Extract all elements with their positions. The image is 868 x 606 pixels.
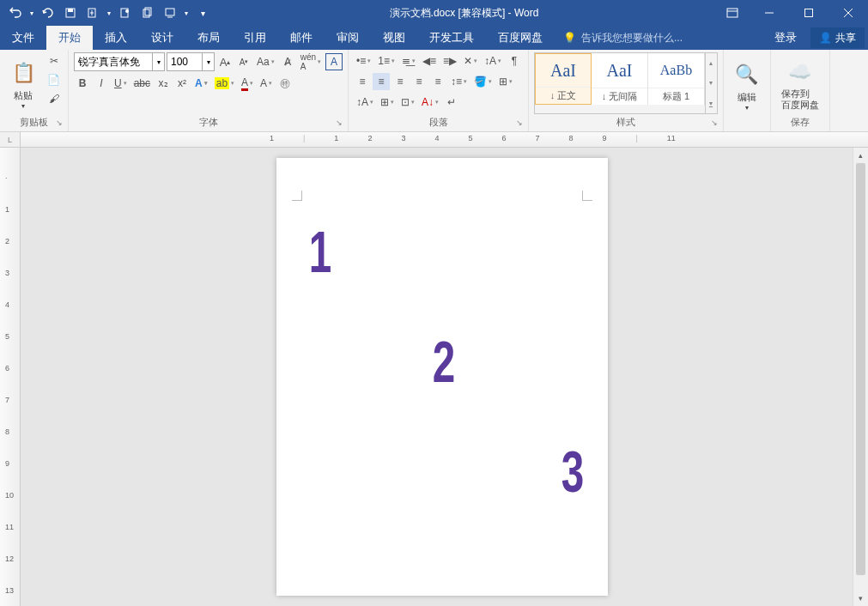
highlight-button[interactable]: ab [212, 75, 237, 92]
shrink-font-button[interactable]: A▾ [235, 53, 252, 70]
multilevel-button[interactable]: ≡͟ [399, 52, 418, 70]
styles-gallery-scroll: ▴ ▾ ▾̲ [705, 53, 717, 113]
paste-button[interactable]: 📋 粘贴 ▾ [5, 52, 41, 114]
gallery-expand[interactable]: ▾̲ [706, 94, 717, 113]
login-button[interactable]: 登录 [762, 26, 809, 50]
copy-button[interactable]: 📄 [45, 71, 63, 88]
undo-button[interactable] [5, 3, 26, 23]
shading-button[interactable]: 🪣 [471, 73, 495, 90]
qat-btn-7[interactable] [160, 3, 180, 23]
underline-button[interactable]: U [112, 75, 130, 92]
tab-file[interactable]: 文件 [0, 26, 46, 50]
save-button[interactable] [60, 3, 81, 23]
font-color-button[interactable]: A [239, 75, 256, 92]
change-case-button[interactable]: Aa [254, 53, 277, 70]
font-dialog-launcher[interactable]: ↘ [336, 118, 346, 129]
text-effects-button[interactable]: A [192, 75, 210, 92]
vertical-scrollbar[interactable]: ▴ ▾ [853, 148, 868, 606]
snap-grid-button[interactable]: ⊞ [378, 94, 397, 111]
tab-layout[interactable]: 布局 [185, 26, 232, 50]
page[interactable]: 1 2 3 [276, 158, 608, 596]
clipboard-dialog-launcher[interactable]: ↘ [56, 118, 66, 129]
tab-view[interactable]: 视图 [371, 26, 417, 50]
gallery-up[interactable]: ▴ [706, 53, 717, 73]
bullets-button[interactable]: •≡ [354, 52, 373, 70]
find-button[interactable]: 🔍 编辑 ▾ [729, 52, 765, 117]
phonetic-guide-button[interactable]: wénA [298, 53, 324, 70]
cut-button[interactable]: ✂ [45, 52, 63, 70]
paragraph-marks-button[interactable]: ↵ [443, 94, 460, 111]
paragraph-sort-button[interactable]: A↓ [419, 94, 441, 111]
show-marks-button[interactable]: ¶ [506, 52, 523, 70]
ruler-corner[interactable]: L [0, 132, 21, 148]
style-normal[interactable]: AaI ↓ 正文 [535, 53, 592, 105]
tab-mailings[interactable]: 邮件 [278, 26, 325, 50]
ribbon-display-options[interactable] [715, 0, 750, 26]
italic-button[interactable]: I [93, 75, 110, 92]
qat-dropdown-4[interactable]: ▾ [105, 3, 113, 23]
qat-customize[interactable]: ▾ [192, 3, 213, 23]
clear-formatting-button[interactable]: A̷ [279, 53, 296, 70]
qat-dropdown-7[interactable]: ▾ [182, 3, 191, 23]
scroll-up-button[interactable]: ▴ [853, 148, 868, 163]
share-button[interactable]: 👤 共享 [810, 27, 865, 48]
format-painter-button[interactable]: 🖌 [45, 90, 63, 107]
tab-insert[interactable]: 插入 [93, 26, 139, 50]
borders-button[interactable]: ⊞ [496, 73, 515, 90]
justify-button[interactable]: ≡ [410, 73, 428, 90]
distribute-button[interactable]: ≡ [429, 73, 446, 90]
minimize-button[interactable] [750, 0, 789, 26]
document-scroll-area[interactable]: 1 2 3 [21, 148, 853, 606]
grow-font-button[interactable]: A▴ [216, 53, 234, 70]
font-size-input[interactable]: 100 [167, 52, 203, 71]
save-to-baidu-button[interactable]: ☁️ 保存到 百度网盘 [776, 52, 824, 114]
font-name-dropdown[interactable]: ▾ [153, 52, 165, 71]
close-button[interactable] [829, 0, 868, 26]
char-shading-button[interactable]: A [258, 75, 275, 92]
strikethrough-button[interactable]: abc [131, 75, 153, 92]
font-size-dropdown[interactable]: ▾ [203, 52, 215, 71]
increase-indent-button[interactable]: ≡▶ [440, 52, 459, 70]
bold-button[interactable]: B [74, 75, 91, 92]
asian-layout-button[interactable]: ✕ [461, 52, 480, 70]
undo-dropdown[interactable]: ▾ [27, 3, 36, 23]
document-text-2[interactable]: 2 [433, 328, 455, 395]
subscript-button[interactable]: x₂ [155, 75, 172, 92]
decrease-indent-button[interactable]: ◀≡ [420, 52, 439, 70]
tab-developer[interactable]: 开发工具 [417, 26, 486, 50]
tab-baidu[interactable]: 百度网盘 [486, 26, 555, 50]
align-center-button[interactable]: ≡ [373, 73, 390, 90]
styles-dialog-launcher[interactable]: ↘ [711, 118, 721, 129]
tab-design[interactable]: 设计 [139, 26, 185, 50]
align-right-button[interactable]: ≡ [392, 73, 409, 90]
qat-btn-6[interactable] [137, 3, 158, 23]
tab-home[interactable]: 开始 [46, 26, 93, 50]
qat-btn-5[interactable] [115, 3, 136, 23]
tab-references[interactable]: 引用 [232, 26, 278, 50]
sort-button[interactable]: ↕A [482, 52, 504, 70]
paragraph-btn3[interactable]: ⊡ [398, 94, 417, 111]
character-border-button[interactable]: A [325, 53, 343, 70]
superscript-button[interactable]: x² [173, 75, 191, 92]
paragraph-dialog-launcher[interactable]: ↘ [516, 118, 526, 129]
maximize-button[interactable] [789, 0, 829, 26]
qat-btn-4[interactable] [82, 3, 103, 23]
scroll-thumb[interactable] [856, 163, 865, 575]
align-left-button[interactable]: ≡ [354, 73, 371, 90]
numbering-button[interactable]: 1≡ [375, 52, 398, 70]
tab-review[interactable]: 审阅 [325, 26, 371, 50]
text-direction-button[interactable]: ↕A [354, 94, 376, 111]
gallery-down[interactable]: ▾ [706, 73, 717, 93]
tell-me-search[interactable]: 💡 告诉我您想要做什么... [555, 26, 762, 50]
line-spacing-button[interactable]: ↕≡ [448, 73, 470, 90]
horizontal-ruler[interactable]: 1|123456789|11 [21, 132, 868, 148]
document-text-3[interactable]: 3 [561, 438, 584, 505]
style-no-spacing[interactable]: AaI ↓ 无间隔 [592, 53, 648, 105]
scroll-down-button[interactable]: ▾ [853, 591, 868, 606]
document-text-1[interactable]: 1 [309, 218, 331, 285]
vertical-ruler[interactable]: ·12345678910111213 [0, 148, 21, 606]
redo-button[interactable] [38, 3, 58, 23]
font-name-input[interactable]: 锐字真言体免 [74, 52, 153, 71]
style-heading1[interactable]: AaBb 标题 1 [648, 53, 705, 105]
enclose-char-button[interactable]: ㊕ [276, 75, 294, 92]
